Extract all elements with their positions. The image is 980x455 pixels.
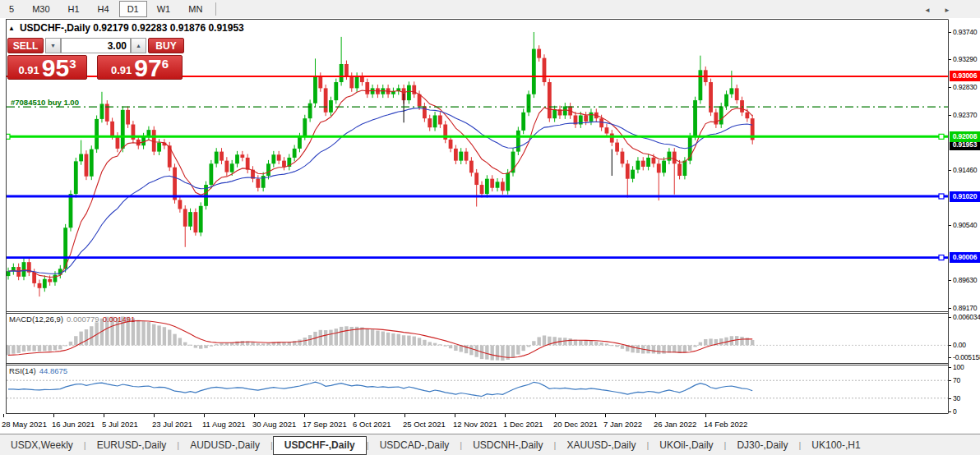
volume-input[interactable] — [61, 38, 131, 53]
timeframe-button-d1[interactable]: D1 — [119, 1, 147, 17]
date-tick-mark — [53, 414, 54, 417]
chart-title-bar: ▲USDCHF-,Daily 0.92179 0.92283 0.91876 0… — [8, 22, 244, 34]
price-line-badge: 0.91020 — [950, 191, 980, 202]
date-tick-label: 1 Dec 2021 — [503, 420, 543, 429]
sell-price-prefix: 0.91 — [18, 64, 39, 76]
tabs-scroll-left-icon[interactable]: ◄ — [924, 7, 931, 14]
axis-tick-mark — [949, 398, 951, 399]
spin-up-icon: ▲ — [136, 43, 141, 48]
axis-tick-mark — [949, 317, 951, 318]
axis-tick-mark — [949, 170, 951, 171]
timeframe-button-h1[interactable]: H1 — [60, 1, 88, 17]
axis-tick-mark — [949, 32, 951, 33]
sell-price-big: 95 — [42, 57, 69, 79]
timeframe-button-5[interactable]: 5 — [1, 1, 22, 17]
open-order-label[interactable]: #7084510 buy 1.00 — [11, 98, 79, 107]
date-tick-label: 23 Jul 2021 — [152, 420, 192, 429]
buy-button[interactable]: BUY — [148, 38, 184, 53]
rsi-axis-label: 100 — [953, 363, 964, 371]
date-tick-label: 6 Oct 2021 — [353, 420, 391, 429]
axis-tick-mark — [949, 380, 951, 381]
date-tick-mark — [3, 414, 4, 417]
macd-indicator-label: MACD(12,26,9)0.0007790.001491 — [9, 315, 135, 324]
date-tick-mark — [104, 414, 104, 417]
timeframe-button-w1[interactable]: W1 — [149, 1, 179, 17]
buy-price-pipette: 6 — [162, 57, 169, 71]
timeframe-button-h4[interactable]: H4 — [90, 1, 118, 17]
rsi-axis-label: 30 — [953, 394, 960, 402]
price-tick-label: 0.89630 — [953, 276, 977, 284]
sell-price-pipette: 3 — [69, 57, 76, 71]
chart-symbol-title: USDCHF-,Daily — [20, 22, 90, 34]
sell-button[interactable]: SELL — [7, 38, 44, 53]
price-line-badge: 0.93006 — [950, 71, 980, 81]
buy-price-prefix: 0.91 — [111, 64, 132, 76]
price-axis[interactable]: 0.937400.932900.928300.923700.914600.905… — [949, 19, 980, 414]
tabs-scroll-right-icon[interactable]: ► — [944, 7, 950, 14]
rsi-value: 44.8675 — [39, 366, 67, 375]
rsi-name: RSI(14) — [9, 366, 36, 375]
date-tick-mark — [455, 414, 455, 417]
price-tick-label: 0.90540 — [953, 221, 977, 229]
date-tick-mark — [154, 414, 155, 417]
axis-tick-mark — [949, 411, 951, 412]
date-axis[interactable]: 28 May 202116 Jun 20215 Jul 202123 Jul 2… — [0, 414, 949, 434]
chart-tab-bar: USDX,Weekly|EURUSD-,Daily|AUDUSD-,Daily|… — [0, 434, 980, 455]
axis-tick-mark — [949, 115, 951, 116]
chart-tab-usdcnhdaily[interactable]: USDCNH-,Daily — [462, 436, 553, 454]
chart-tab-usdxweekly[interactable]: USDX,Weekly — [0, 436, 84, 454]
date-tick-mark — [254, 414, 255, 417]
date-tick-label: 25 Oct 2021 — [403, 420, 446, 429]
date-tick-label: 26 Jan 2022 — [654, 420, 696, 429]
date-tick-label: 12 Nov 2021 — [453, 420, 497, 429]
timeframe-button-m30[interactable]: M30 — [24, 1, 58, 17]
price-line-badge: 0.92008 — [950, 131, 980, 142]
date-tick-mark — [204, 414, 205, 417]
date-tick-mark — [304, 414, 305, 417]
price-tick-label: 0.93290 — [953, 55, 977, 63]
timeframe-toolbar: 5M30H1H4D1W1MN — [0, 0, 980, 19]
date-tick-mark — [404, 414, 405, 417]
timeframe-button-mn[interactable]: MN — [180, 1, 210, 17]
axis-tick-mark — [949, 280, 951, 281]
chart-tab-uk100h1[interactable]: UK100-,H1 — [801, 436, 871, 454]
volume-increase-button[interactable]: ▲ — [131, 38, 146, 53]
macd-name: MACD(12,26,9) — [9, 315, 63, 324]
chart-ohlc-values: 0.92179 0.92283 0.91876 0.91953 — [93, 22, 244, 34]
date-tick-mark — [705, 414, 706, 417]
buy-price-box[interactable]: 0.91 97 6 — [97, 55, 183, 80]
date-tick-mark — [655, 414, 656, 417]
axis-tick-mark — [949, 308, 951, 309]
price-line-badge: 0.90006 — [950, 252, 980, 263]
buy-price-big: 97 — [134, 57, 161, 79]
chart-tab-eurusddaily[interactable]: EURUSD-,Daily — [86, 436, 178, 454]
collapse-panel-icon[interactable]: ▲ — [8, 25, 15, 32]
date-tick-mark — [605, 414, 606, 417]
date-tick-mark — [505, 414, 506, 417]
rsi-indicator-label: RSI(14)44.8675 — [9, 366, 67, 375]
sell-price-box[interactable]: 0.91 95 3 — [7, 55, 87, 80]
volume-decrease-button[interactable]: ▼ — [45, 38, 61, 53]
date-tick-mark — [555, 414, 556, 417]
price-tick-label: 0.92830 — [953, 83, 977, 91]
axis-tick-mark — [949, 225, 951, 226]
chart-tab-xauusddaily[interactable]: XAUUSD-,Daily — [556, 436, 646, 454]
chart-tab-usdchfdaily[interactable]: USDCHF-,Daily — [273, 436, 367, 455]
chart-tab-audusddaily[interactable]: AUDUSD-,Daily — [179, 436, 270, 454]
date-tick-label: 7 Jan 2022 — [603, 420, 642, 429]
date-tick-label: 11 Aug 2021 — [202, 420, 246, 429]
date-tick-label: 5 Jul 2021 — [102, 420, 138, 429]
date-tick-label: 30 Aug 2021 — [252, 420, 296, 429]
price-tick-label: 0.92370 — [953, 111, 977, 119]
date-tick-label: 16 Jun 2021 — [52, 420, 95, 429]
date-tick-label: 14 Feb 2022 — [704, 420, 747, 429]
chart-tab-dj30daily[interactable]: DJ30-,Daily — [726, 436, 798, 454]
mt4-terminal-window: 5M30H1H4D1W1MN ▲USDCHF-,Daily 0.92179 0.… — [0, 0, 980, 455]
date-tick-mark — [354, 414, 355, 417]
date-tick-label: 17 Sep 2021 — [303, 420, 347, 429]
rsi-axis-label: 70 — [953, 376, 960, 384]
chart-tab-usdcaddaily[interactable]: USDCAD-,Daily — [369, 436, 460, 454]
date-tick-label: 20 Dec 2021 — [553, 420, 598, 429]
chart-tab-ukoildaily[interactable]: UKOil-,Daily — [649, 436, 723, 454]
macd-signal-value: 0.001491 — [103, 315, 136, 324]
